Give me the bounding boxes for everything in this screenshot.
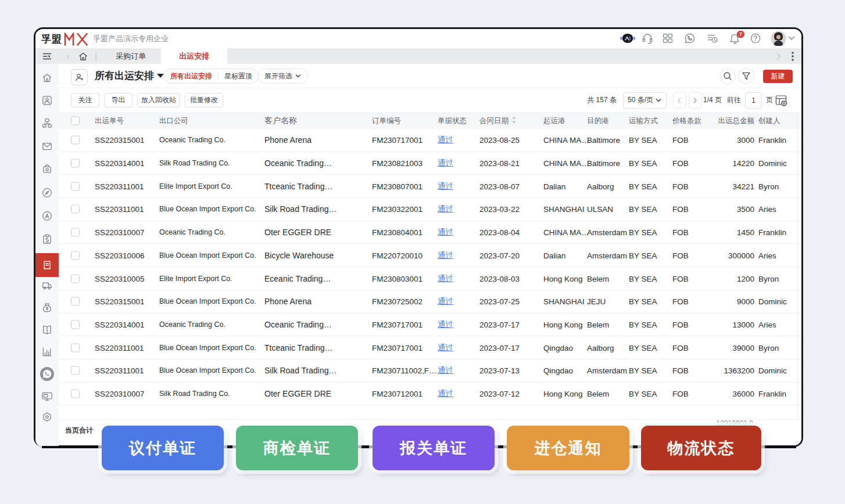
svg-text:7: 7 [739,31,742,37]
